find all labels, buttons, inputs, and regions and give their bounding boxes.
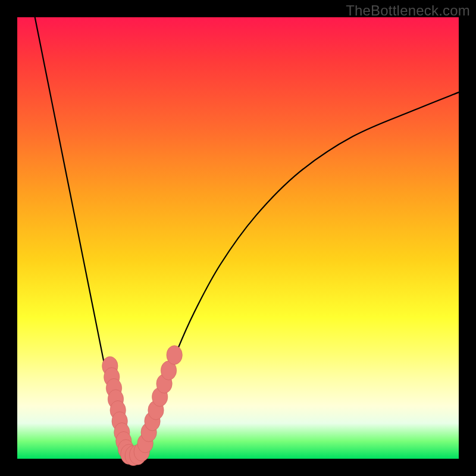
chart-frame: TheBottleneck.com <box>0 0 476 476</box>
marker-layer <box>102 346 183 466</box>
curve-layer <box>35 17 459 456</box>
chart-svg <box>17 17 459 459</box>
watermark-text: TheBottleneck.com <box>346 2 470 19</box>
curve-right <box>141 92 459 454</box>
plot-area <box>17 17 459 459</box>
data-point <box>167 346 182 365</box>
